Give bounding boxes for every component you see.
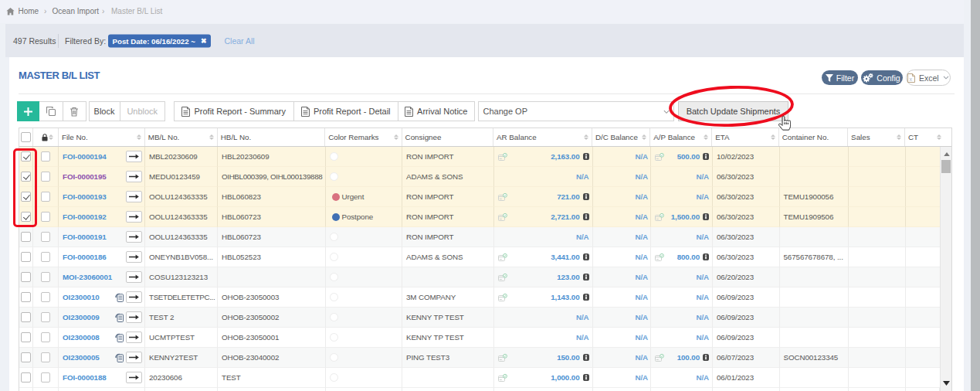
svg-text:x: x <box>909 76 912 81</box>
